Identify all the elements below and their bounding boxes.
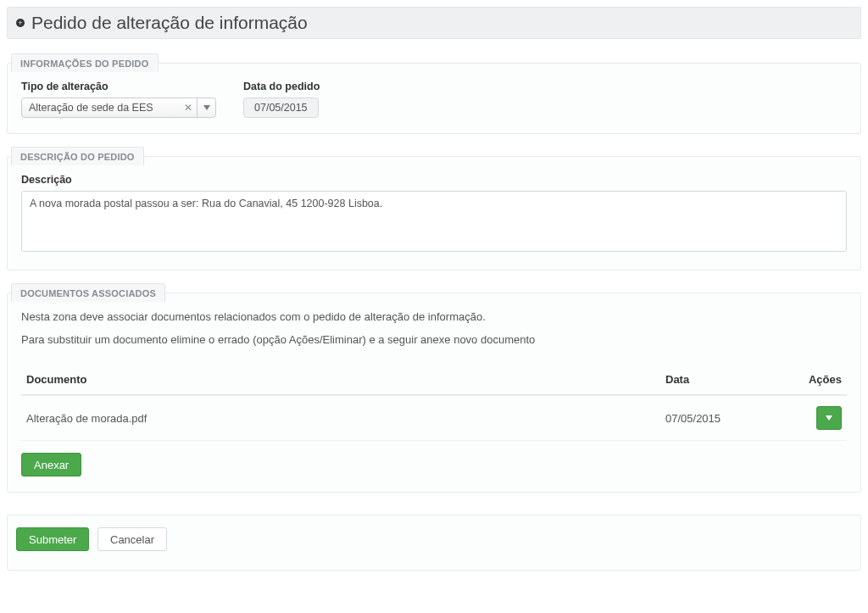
field-tipo-alteracao: Tipo de alteração Alteração de sede da E… <box>21 81 216 118</box>
footer-panel: Submeter Cancelar <box>7 515 861 571</box>
documents-table: Documento Data Ações Alteração de morada… <box>21 365 847 441</box>
svg-marker-1 <box>826 415 832 421</box>
docs-help-2: Para substituir um documento elimine o e… <box>21 333 847 346</box>
descricao-label: Descrição <box>21 174 847 186</box>
svg-marker-0 <box>203 105 210 110</box>
caret-down-icon <box>826 415 832 421</box>
page-title-bar: + Pedido de alteração de informação <box>7 7 861 39</box>
data-pedido-value: 07/05/2015 <box>243 98 319 118</box>
panel-info: INFORMAÇÕES DO PEDIDO Tipo de alteração … <box>7 63 861 134</box>
col-acoes: Ações <box>787 365 847 395</box>
panel-info-tab: INFORMAÇÕES DO PEDIDO <box>11 53 159 72</box>
field-data-pedido: Data do pedido 07/05/2015 <box>243 81 320 118</box>
submit-button[interactable]: Submeter <box>16 527 89 551</box>
col-documento: Documento <box>21 365 660 395</box>
doc-date: 07/05/2015 <box>660 395 787 441</box>
tipo-alteracao-value: Alteração de sede da EES <box>22 102 180 114</box>
panel-documentos: DOCUMENTOS ASSOCIADOS Nesta zona deve as… <box>7 293 861 493</box>
docs-help-1: Nesta zona deve associar documentos rela… <box>21 310 847 323</box>
data-pedido-label: Data do pedido <box>243 81 320 92</box>
chevron-down-icon[interactable] <box>197 98 215 117</box>
plus-icon: + <box>16 19 25 27</box>
tipo-alteracao-select[interactable]: Alteração de sede da EES ✕ <box>21 98 216 118</box>
table-row: Alteração de morada.pdf 07/05/2015 <box>21 395 847 441</box>
tipo-alteracao-label: Tipo de alteração <box>21 81 216 92</box>
panel-descricao-tab: DESCRIÇÃO DO PEDIDO <box>11 147 144 165</box>
panel-descricao: DESCRIÇÃO DO PEDIDO Descrição <box>7 156 861 270</box>
col-data: Data <box>660 365 787 395</box>
panel-documentos-tab: DOCUMENTOS ASSOCIADOS <box>11 283 165 302</box>
clear-icon[interactable]: ✕ <box>180 102 197 114</box>
doc-name: Alteração de morada.pdf <box>21 395 660 441</box>
row-actions-dropdown[interactable] <box>816 406 842 430</box>
descricao-textarea[interactable] <box>21 191 847 252</box>
page-title: Pedido de alteração de informação <box>31 13 308 33</box>
anexar-button[interactable]: Anexar <box>21 453 81 476</box>
cancel-button[interactable]: Cancelar <box>97 527 167 551</box>
